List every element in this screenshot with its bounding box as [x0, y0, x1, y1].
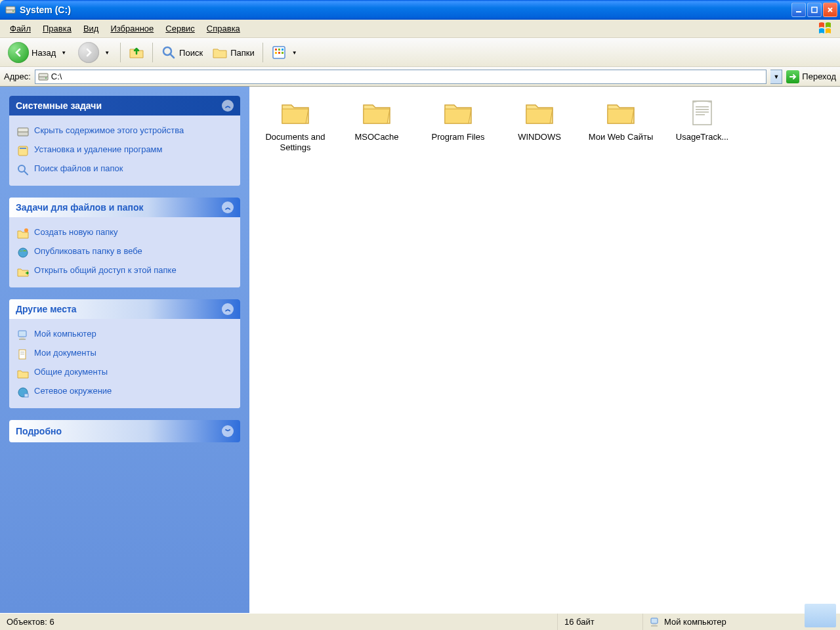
menu-file[interactable]: Файл	[4, 21, 37, 36]
address-input[interactable]: C:\	[35, 70, 767, 84]
tray-preview	[805, 604, 836, 627]
system-tasks-panel: Системные задачи ︽ Скрыть содержимое это…	[9, 96, 240, 186]
svg-rect-38	[651, 625, 658, 627]
other-places-panel: Другие места ︽ Мой компьютер Мои докумен…	[9, 299, 240, 408]
file-list[interactable]: Documents and Settings MSOCache Program …	[249, 87, 840, 613]
search-icon	[161, 45, 177, 60]
svg-rect-8	[278, 49, 280, 51]
views-icon	[271, 45, 287, 60]
folder-icon	[361, 98, 392, 127]
svg-rect-36	[651, 618, 658, 623]
drive-hide-icon	[17, 126, 29, 138]
folders-button[interactable]: Папки	[208, 42, 259, 63]
svg-rect-4	[812, 7, 817, 12]
publish-web-link[interactable]: Опубликовать папку в вебе	[17, 243, 232, 262]
system-tasks-header[interactable]: Системные задачи ︽	[9, 96, 240, 116]
address-dropdown[interactable]: ▼	[770, 70, 782, 84]
menu-view[interactable]: Вид	[77, 21, 105, 36]
svg-rect-25	[19, 339, 26, 340]
svg-point-21	[24, 228, 28, 232]
file-usagetrack[interactable]: UsageTrack...	[663, 96, 742, 156]
svg-rect-30	[24, 394, 28, 397]
other-places-header[interactable]: Другие места ︽	[9, 299, 240, 319]
file-tasks-header[interactable]: Задачи для файлов и папок ︽	[9, 198, 240, 217]
menu-favorites[interactable]: Избранное	[104, 21, 159, 36]
views-dropdown-icon[interactable]: ▼	[289, 50, 300, 56]
address-value: C:\	[51, 72, 62, 81]
hide-contents-link[interactable]: Скрыть содержимое этого устройства	[17, 122, 232, 141]
back-button[interactable]: Назад ▼	[4, 39, 73, 66]
file-tasks-panel: Задачи для файлов и папок ︽ Создать нову…	[9, 198, 240, 287]
details-panel-header[interactable]: Подробно ︾	[9, 420, 240, 442]
search-label: Поиск	[179, 48, 203, 58]
svg-rect-3	[796, 11, 801, 12]
minimize-button[interactable]	[791, 3, 806, 17]
system-tasks-body: Скрыть содержимое этого устройства Устан…	[9, 116, 240, 186]
svg-rect-19	[20, 148, 26, 149]
main-area: Системные задачи ︽ Скрыть содержимое это…	[0, 87, 840, 613]
address-label: Адрес:	[4, 72, 31, 81]
statusbar: Объектов: 6 16 байт Мой компьютер	[0, 613, 840, 630]
svg-rect-7	[275, 49, 277, 51]
search-button[interactable]: Поиск	[157, 42, 207, 63]
svg-rect-9	[282, 49, 284, 51]
menu-tools[interactable]: Сервис	[159, 21, 201, 36]
svg-rect-24	[20, 337, 24, 339]
folder-windows[interactable]: WINDOWS	[500, 96, 579, 156]
folder-icon	[280, 98, 311, 127]
add-remove-programs-link[interactable]: Установка и удаление программ	[17, 141, 232, 160]
shared-docs-icon	[17, 368, 29, 379]
my-computer-link[interactable]: Мой компьютер	[17, 326, 232, 345]
create-folder-link[interactable]: Создать новую папку	[17, 224, 232, 243]
share-folder-link[interactable]: Открыть общий доступ к этой папке	[17, 262, 232, 281]
toolbar-divider	[120, 43, 121, 62]
views-button[interactable]: ▼	[267, 42, 304, 63]
share-icon	[17, 266, 29, 278]
menu-edit[interactable]: Правка	[37, 21, 77, 36]
status-size: 16 байт	[558, 614, 643, 630]
maximize-button[interactable]	[807, 3, 822, 17]
svg-rect-37	[652, 624, 656, 625]
expand-icon: ︾	[222, 425, 234, 437]
svg-rect-27	[20, 352, 24, 352]
folders-icon	[212, 45, 228, 60]
my-documents-link[interactable]: Мои документы	[17, 345, 232, 364]
folder-program-files[interactable]: Program Files	[419, 96, 497, 156]
folder-msocache[interactable]: MSOCache	[337, 96, 416, 156]
search-small-icon	[17, 164, 29, 176]
svg-rect-23	[18, 331, 26, 337]
shared-documents-link[interactable]: Общие документы	[17, 364, 232, 383]
folder-up-icon	[129, 45, 144, 60]
new-folder-icon	[17, 228, 29, 240]
folder-documents-and-settings[interactable]: Documents and Settings	[256, 96, 335, 156]
tasks-sidebar: Системные задачи ︽ Скрыть содержимое это…	[0, 87, 249, 613]
svg-rect-34	[696, 112, 709, 113]
window-title: System (C:)	[20, 5, 791, 15]
svg-rect-32	[696, 106, 709, 108]
svg-rect-14	[39, 74, 48, 77]
network-icon	[17, 387, 29, 398]
close-button[interactable]	[823, 3, 837, 17]
computer-small-icon	[650, 617, 660, 627]
menu-help[interactable]: Справка	[201, 21, 246, 36]
window-buttons	[791, 3, 837, 17]
address-drive-icon	[38, 72, 49, 82]
svg-rect-31	[693, 101, 711, 125]
computer-icon	[17, 329, 29, 341]
drive-icon	[5, 5, 16, 15]
titlebar: System (C:)	[0, 0, 840, 20]
up-button[interactable]	[125, 42, 148, 63]
forward-icon	[78, 42, 99, 63]
go-button[interactable]: Переход	[786, 70, 836, 83]
search-files-link[interactable]: Поиск файлов и папок	[17, 160, 232, 179]
forward-button[interactable]: ▼	[74, 39, 116, 66]
forward-dropdown-icon[interactable]: ▼	[102, 50, 112, 56]
svg-rect-17	[18, 128, 28, 132]
back-dropdown-icon[interactable]: ▼	[58, 50, 69, 56]
go-label: Переход	[802, 72, 836, 81]
go-icon	[786, 70, 799, 83]
text-file-icon	[686, 98, 718, 127]
svg-rect-11	[278, 52, 280, 54]
folder-my-web-sites[interactable]: Мои Web Сайты	[581, 96, 660, 156]
network-places-link[interactable]: Сетевое окружение	[17, 383, 232, 402]
